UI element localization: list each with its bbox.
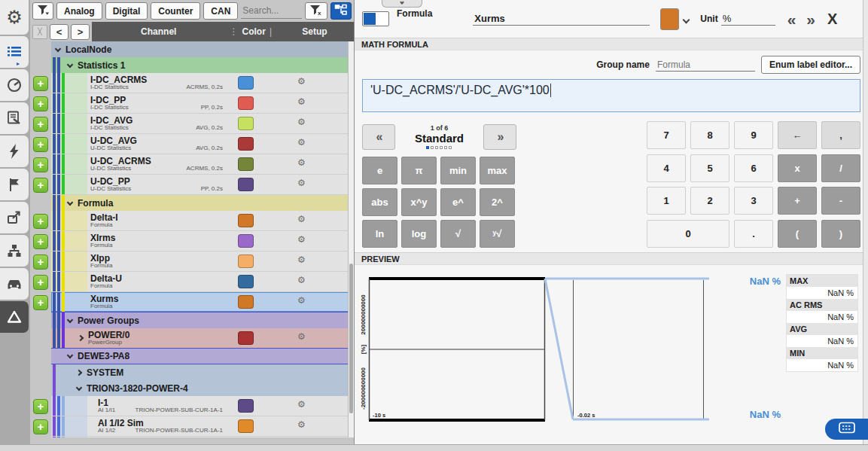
pad-key-,[interactable]: ,: [821, 121, 860, 149]
channel-setup-gear-icon[interactable]: ⚙: [297, 400, 306, 409]
unit-input[interactable]: [721, 12, 775, 26]
add-channel-button[interactable]: +: [33, 295, 48, 310]
pad-key-3[interactable]: 3: [734, 187, 773, 215]
prev-channel-button[interactable]: «: [787, 11, 795, 27]
sidebar-tab-oxygen[interactable]: [0, 301, 29, 333]
channel-row[interactable]: POWER/0PowerGroup⚙: [30, 328, 354, 349]
add-channel-button[interactable]: +: [33, 275, 48, 290]
sidebar-tab-export[interactable]: [0, 202, 29, 233]
channel-row[interactable]: +I-1AI 1/I1TRION-POWER-SUB-CUR-1A-1⚙: [30, 396, 354, 416]
filter-tab-digital[interactable]: Digital: [105, 2, 148, 20]
pad-key--[interactable]: -: [821, 187, 860, 215]
chevron-right-icon[interactable]: [76, 369, 82, 375]
add-channel-button[interactable]: +: [33, 419, 48, 434]
sidebar-tab-channel-list[interactable]: ▸: [0, 36, 29, 68]
chevron-down-icon[interactable]: [67, 352, 73, 358]
chevron-down-icon[interactable]: [67, 61, 73, 67]
pad-key-)[interactable]: ): [821, 220, 860, 248]
chevron-down-icon[interactable]: [55, 45, 61, 51]
pad-key-4[interactable]: 4: [647, 154, 686, 182]
pad-key-8[interactable]: 8: [690, 121, 729, 149]
color-dropdown-button[interactable]: [684, 12, 694, 26]
channel-group-row[interactable]: Formula: [30, 195, 354, 211]
channel-row[interactable]: +I-DC_ACRMSI-DC StatisticsACRMS, 0.2s⚙: [30, 73, 354, 93]
close-editor-button[interactable]: X: [827, 11, 837, 26]
channel-setup-gear-icon[interactable]: ⚙: [297, 215, 306, 224]
channel-color-swatch[interactable]: [238, 331, 254, 345]
channel-setup-gear-icon[interactable]: ⚙: [297, 296, 306, 305]
channel-color-swatch[interactable]: [238, 295, 254, 309]
add-channel-button[interactable]: +: [33, 76, 48, 91]
pad-key-←[interactable]: ←: [778, 121, 817, 149]
pad-key-2[interactable]: 2: [690, 187, 729, 215]
channel-enable-toggle[interactable]: [362, 11, 389, 26]
pad-key-+[interactable]: +: [778, 187, 817, 215]
channel-row[interactable]: +U-DC_PPU-DC StatisticsPP, 0.2s⚙: [30, 175, 354, 195]
chevron-down-icon[interactable]: [76, 384, 82, 390]
filter-tab-counter[interactable]: Counter: [151, 2, 200, 20]
fn-key-ln[interactable]: ln: [362, 220, 397, 248]
column-header-color[interactable]: Color: [242, 26, 266, 37]
fn-key-e^[interactable]: e^: [440, 188, 476, 216]
add-channel-button[interactable]: +: [33, 234, 48, 249]
pad-key-9[interactable]: 9: [734, 121, 773, 149]
add-channel-button[interactable]: +: [33, 254, 48, 270]
chevron-down-icon[interactable]: [67, 316, 73, 322]
channel-group-row[interactable]: LocalNode: [30, 41, 354, 57]
filter-tab-can[interactable]: CAN: [203, 2, 238, 20]
column-x-icon[interactable]: ╳: [32, 25, 47, 39]
group-name-input[interactable]: [656, 59, 755, 72]
fn-key-e[interactable]: e: [362, 157, 397, 184]
channel-color-swatch[interactable]: [238, 254, 254, 268]
channel-name-input[interactable]: [473, 12, 650, 26]
channel-setup-gear-icon[interactable]: ⚙: [297, 255, 306, 264]
channel-row[interactable]: +I-DC_PPI-DC StatisticsPP, 0.2s⚙: [30, 93, 354, 114]
channel-list-scrollbar[interactable]: [348, 41, 354, 437]
channel-row[interactable]: +Delta-IFormula⚙: [30, 211, 354, 231]
add-channel-button[interactable]: +: [33, 137, 48, 152]
channel-setup-gear-icon[interactable]: ⚙: [297, 178, 306, 187]
column-header-channel[interactable]: Channel: [92, 26, 226, 37]
sidebar-tab-automotive[interactable]: [0, 268, 29, 300]
filter-tab-analog[interactable]: Analog: [56, 2, 102, 20]
pad-key-([interactable]: (: [778, 220, 817, 248]
channel-setup-gear-icon[interactable]: ⚙: [297, 158, 306, 167]
add-channel-button[interactable]: +: [33, 214, 48, 229]
channel-row[interactable]: +I-DC_AVGI-DC StatisticsAVG, 0.2s⚙: [30, 114, 354, 134]
pad-key-x[interactable]: x: [778, 154, 817, 182]
nav-prev-button[interactable]: <: [50, 24, 69, 40]
add-channel-button[interactable]: +: [33, 96, 48, 111]
channel-color-swatch[interactable]: [238, 76, 254, 90]
channel-setup-gear-icon[interactable]: ⚙: [297, 332, 306, 341]
pad-key-7[interactable]: 7: [647, 121, 686, 149]
channel-setup-gear-icon[interactable]: ⚙: [297, 77, 306, 86]
sidebar-tab-events[interactable]: [0, 169, 29, 200]
keyboard-page-prev-button[interactable]: «: [362, 124, 395, 150]
clear-filter-button[interactable]: x: [305, 2, 327, 20]
channel-setup-gear-icon[interactable]: ⚙: [297, 276, 306, 285]
fn-key-min[interactable]: min: [440, 157, 476, 184]
channel-row[interactable]: +XIppFormula⚙: [30, 251, 354, 272]
fn-key-max[interactable]: max: [480, 157, 515, 184]
channel-row[interactable]: +AI 1/I3 Si⚙: [30, 437, 354, 437]
filter-menu-button[interactable]: [32, 2, 53, 20]
add-channel-button[interactable]: +: [33, 178, 48, 193]
pad-key-5[interactable]: 5: [690, 154, 729, 182]
search-input[interactable]: [241, 3, 302, 19]
scrollbar-thumb[interactable]: [349, 264, 353, 414]
channel-color-swatch[interactable]: [238, 96, 254, 110]
fn-key-abs[interactable]: abs: [362, 188, 397, 216]
channel-row[interactable]: +Delta-UFormula⚙: [30, 272, 354, 292]
column-header-setup[interactable]: Setup: [276, 26, 354, 37]
channel-group-row[interactable]: Statistics 1: [30, 57, 354, 73]
sidebar-tab-network[interactable]: [0, 235, 29, 267]
pad-key-1[interactable]: 1: [647, 187, 686, 215]
keyboard-page-next-button[interactable]: »: [483, 124, 516, 150]
channel-row[interactable]: +XurmsFormula⚙: [30, 292, 354, 312]
add-channel-button[interactable]: +: [33, 157, 48, 172]
pad-key-0[interactable]: 0: [647, 220, 729, 248]
chevron-down-icon[interactable]: [67, 199, 73, 205]
channel-color-swatch[interactable]: [238, 234, 254, 248]
sidebar-tab-measurement[interactable]: [0, 69, 29, 101]
nav-next-button[interactable]: >: [71, 24, 90, 40]
